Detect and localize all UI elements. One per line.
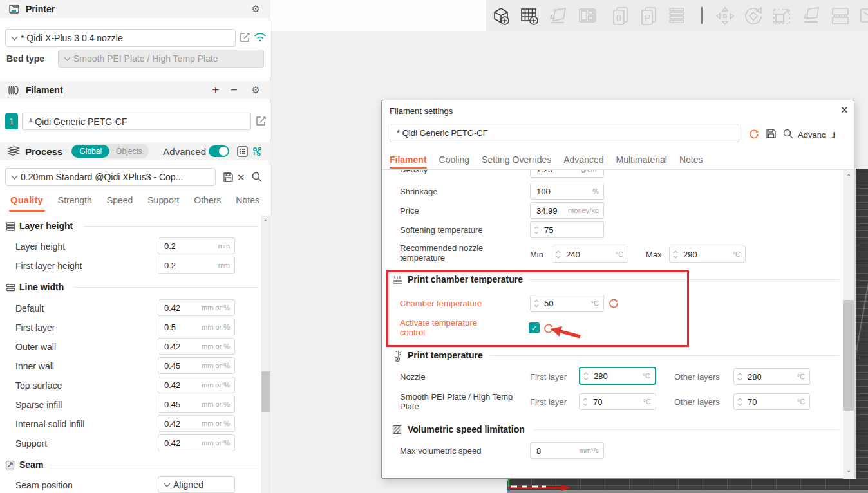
scale-icon[interactable] bbox=[771, 5, 793, 27]
plate-other-layers-input[interactable]: 70 °C bbox=[733, 393, 810, 410]
tab-strength[interactable]: Strength bbox=[58, 195, 92, 205]
sidebar-scrollbar-thumb[interactable] bbox=[261, 371, 270, 412]
unit: mm or % bbox=[202, 323, 234, 331]
cut-icon[interactable] bbox=[858, 5, 868, 27]
printer-preset-combo[interactable]: * Qidi X-Plus 3 0.4 nozzle bbox=[5, 29, 236, 47]
tab-cooling[interactable]: Cooling bbox=[439, 154, 469, 165]
process-preset-combo[interactable]: 0.20mm Standard @Qidi XPlus3 - Cop... bbox=[5, 168, 216, 186]
spinner-control[interactable] bbox=[580, 368, 591, 384]
remove-filament-button[interactable]: − bbox=[230, 83, 237, 97]
rotate-icon[interactable] bbox=[742, 5, 764, 27]
add-model-icon[interactable] bbox=[490, 5, 512, 27]
tab-support[interactable]: Support bbox=[147, 195, 179, 205]
doc-p-icon[interactable]: P bbox=[637, 5, 659, 27]
setting-label: Price bbox=[400, 206, 419, 216]
scroll-up-arrow[interactable]: ⌃ bbox=[263, 219, 268, 226]
tab-setting-overrides[interactable]: Setting Overrides bbox=[482, 154, 551, 165]
scope-objects-button[interactable]: Objects bbox=[109, 145, 149, 158]
setting-label: Internal solid infill bbox=[15, 419, 84, 429]
filament-slot-badge[interactable]: 1 bbox=[5, 113, 18, 129]
dialog-scroll-up-arrow[interactable]: ⌃ bbox=[846, 174, 851, 180]
save-process-icon[interactable] bbox=[223, 172, 234, 183]
layer-height-input[interactable]: 0.2 mm bbox=[158, 237, 235, 254]
viewport-right-strip[interactable] bbox=[856, 169, 868, 493]
dialog-preset-input[interactable]: * Qidi Generic PETG-CF bbox=[390, 124, 739, 142]
dialog-scrollbar-thumb[interactable] bbox=[843, 300, 854, 411]
nozzle-other-layers-input[interactable]: 280 °C bbox=[733, 368, 810, 385]
process-stack-icon bbox=[6, 145, 21, 157]
tab-multimaterial[interactable]: Multimaterial bbox=[616, 154, 667, 165]
search-process-icon[interactable] bbox=[251, 171, 263, 183]
edit-printer-icon[interactable] bbox=[240, 32, 250, 43]
softening-temp-input[interactable]: 75 bbox=[530, 221, 604, 238]
doc-zero-icon[interactable]: 0 bbox=[609, 5, 631, 27]
add-filament-button[interactable]: + bbox=[212, 83, 219, 97]
spinner-control[interactable] bbox=[734, 369, 745, 384]
tab-speed[interactable]: Speed bbox=[107, 195, 133, 205]
plate-first-layer-input[interactable]: 70 °C bbox=[579, 393, 656, 410]
printer-gear-icon[interactable]: ⚙ bbox=[252, 5, 260, 14]
arrange-icon[interactable] bbox=[576, 5, 598, 27]
unit: mm or % bbox=[202, 381, 234, 389]
filament-header: Filament + − ⚙ bbox=[0, 81, 270, 99]
split-plate-icon[interactable] bbox=[829, 5, 851, 27]
spinner-control[interactable] bbox=[670, 247, 681, 262]
search-settings-icon[interactable] bbox=[782, 128, 794, 140]
line-width-outer-wall-input[interactable]: 0.42mm or % bbox=[158, 338, 235, 355]
line-width-first-layer-input[interactable]: 0.5mm or % bbox=[158, 319, 235, 335]
layer-height-icon bbox=[5, 221, 16, 231]
unit: °C bbox=[797, 398, 809, 405]
lay-flat-icon[interactable] bbox=[800, 5, 822, 27]
bed-type-combo[interactable]: Smooth PEI Plate / High Temp Plate bbox=[58, 50, 264, 68]
line-width-top-surface-input[interactable]: 0.42mm or % bbox=[158, 377, 235, 393]
spinner-control[interactable] bbox=[552, 247, 563, 262]
line-width-support-input[interactable]: 0.42mm or % bbox=[158, 434, 235, 451]
annotation-arrow bbox=[551, 326, 583, 341]
line-width-sparse-infill-input[interactable]: 0.45mm or % bbox=[158, 396, 235, 413]
add-plate-icon[interactable] bbox=[518, 5, 540, 27]
nozzle-temp-max-input[interactable]: 290 °C bbox=[669, 246, 746, 263]
section-volumetric-title: Volumetric speed limitation bbox=[408, 424, 525, 434]
dialog-scroll-down-arrow[interactable]: ⌄ bbox=[846, 467, 851, 474]
save-preset-icon[interactable] bbox=[766, 128, 777, 139]
value: 0.42 bbox=[158, 380, 180, 390]
tab-notes[interactable]: Notes bbox=[679, 154, 703, 165]
sidebar-scrollbar[interactable] bbox=[261, 216, 270, 493]
nozzle-first-layer-input[interactable]: 280 °C bbox=[579, 367, 656, 385]
section-divider bbox=[534, 429, 839, 430]
nozzle-temp-min-input[interactable]: 240 °C bbox=[552, 246, 628, 263]
density-input[interactable]: 1.25 g/cm³ bbox=[530, 170, 604, 178]
seam-position-select[interactable]: Aligned bbox=[158, 476, 235, 493]
line-width-inner-wall-input[interactable]: 0.45mm or % bbox=[158, 357, 235, 374]
setting-list-icon[interactable] bbox=[237, 146, 248, 157]
layers-icon[interactable] bbox=[666, 5, 688, 27]
value: 240 bbox=[563, 250, 580, 259]
edit-filament-icon[interactable] bbox=[256, 116, 267, 127]
tab-quality[interactable]: Quality bbox=[10, 194, 43, 205]
advanced-toggle[interactable] bbox=[209, 145, 229, 157]
spinner-control[interactable] bbox=[734, 394, 745, 409]
tab-notes[interactable]: Notes bbox=[236, 195, 259, 205]
first-layer-height-input[interactable]: 0.2 mm bbox=[158, 257, 235, 274]
auto-orient-icon[interactable]: AUTO bbox=[547, 5, 569, 27]
reset-preset-icon[interactable] bbox=[749, 129, 759, 139]
filament-preset-input[interactable]: * Qidi Generic PETG-CF bbox=[22, 113, 251, 130]
setting-label: Layer height bbox=[15, 241, 65, 252]
dialog-close-icon[interactable]: ✕ bbox=[840, 105, 849, 115]
scope-global-button[interactable]: Global bbox=[71, 145, 109, 158]
tune-icon[interactable] bbox=[252, 146, 263, 157]
tab-advanced[interactable]: Advanced bbox=[563, 154, 603, 165]
tab-filament[interactable]: Filament bbox=[390, 154, 427, 165]
wifi-icon[interactable] bbox=[254, 32, 267, 42]
line-width-internal-solid-input[interactable]: 0.42mm or % bbox=[158, 415, 235, 432]
tab-others[interactable]: Others bbox=[194, 195, 221, 205]
spinner-control[interactable] bbox=[580, 394, 590, 409]
line-width-default-input[interactable]: 0.42mm or % bbox=[158, 299, 235, 316]
shrinkage-input[interactable]: 100 % bbox=[530, 183, 604, 200]
price-input[interactable]: 34.99 money/kg bbox=[530, 202, 604, 219]
max-volumetric-input[interactable]: 8 mm³/s bbox=[530, 442, 604, 459]
filament-gear-icon[interactable]: ⚙ bbox=[252, 86, 260, 95]
move-icon[interactable] bbox=[714, 5, 736, 27]
clear-process-icon[interactable]: ✕ bbox=[237, 172, 245, 182]
spinner-control[interactable] bbox=[531, 222, 542, 237]
